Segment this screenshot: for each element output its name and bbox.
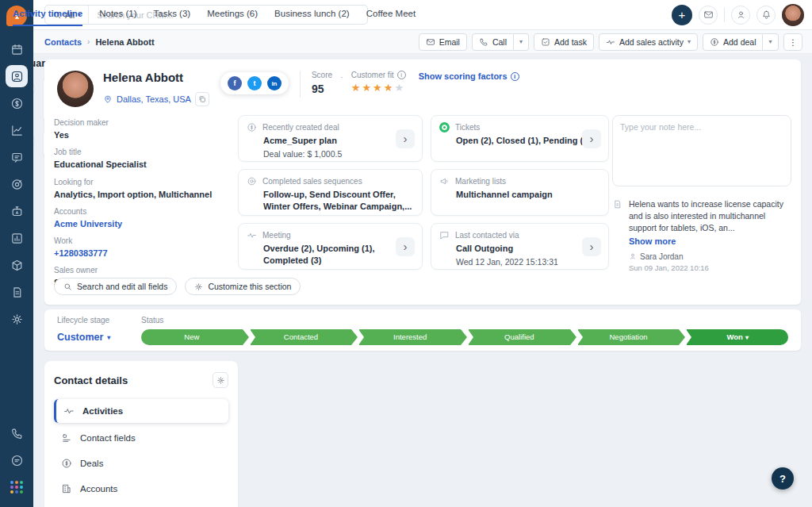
nav-contacts[interactable]	[6, 65, 28, 87]
nav-settings[interactable]	[6, 308, 28, 330]
details-item-contact-fields[interactable]: Contact fields	[54, 427, 228, 448]
help-button[interactable]: ?	[772, 467, 794, 490]
call-button[interactable]: Call	[472, 33, 514, 51]
star-icon: ★	[351, 82, 362, 94]
contact-details-title: Contact details	[54, 374, 128, 386]
note-icon	[612, 199, 622, 209]
nav-products[interactable]	[6, 254, 28, 276]
details-item-activities[interactable]: Activities	[54, 399, 228, 423]
tab-notes[interactable]: Notes (1)	[99, 0, 136, 26]
search-edit-fields-button[interactable]: Search and edit all fields	[54, 278, 177, 295]
open-deal-button[interactable]: ›	[396, 129, 415, 148]
contact-location-link[interactable]: Dallas, Texas, USA	[117, 94, 191, 104]
megaphone-icon	[439, 176, 450, 186]
open-tickets-button[interactable]: ›	[582, 129, 601, 148]
quick-add-button[interactable]: +	[672, 5, 692, 25]
star-icon: ★	[384, 82, 395, 94]
notes-section: Helena wants to increase license capacit…	[612, 115, 791, 272]
add-sales-activity-button[interactable]: Add sales activity ▾	[599, 33, 698, 51]
stage-contacted[interactable]: Contacted	[251, 329, 352, 345]
customize-section-button[interactable]: Customize this section	[185, 278, 301, 295]
nav-conversations[interactable]	[6, 146, 28, 168]
contact-avatar	[57, 71, 94, 107]
apps-switcher-icon[interactable]	[6, 476, 28, 498]
more-actions-button[interactable]: ⋮	[783, 33, 803, 51]
nav-reports[interactable]	[6, 227, 28, 249]
tab-tasks[interactable]: Tasks (3)	[154, 0, 191, 26]
contact-fields-summary: Decision makerYes Job titleEducational S…	[54, 118, 235, 296]
account-link[interactable]: Acme University	[54, 218, 235, 229]
notifications-bell-icon[interactable]	[756, 6, 776, 25]
nav-automation[interactable]	[6, 200, 28, 222]
activity-icon	[63, 405, 75, 417]
fields-icon	[61, 432, 72, 444]
add-deal-button[interactable]: Add deal	[703, 33, 763, 51]
linkedin-icon[interactable]: in	[267, 76, 282, 90]
contact-score: Score 95	[312, 71, 332, 95]
details-settings-gear-icon[interactable]	[213, 372, 228, 388]
nav-calendar[interactable]	[6, 38, 28, 60]
nav-deals[interactable]	[6, 92, 28, 114]
open-conversation-button[interactable]: ›	[582, 237, 601, 256]
add-task-button[interactable]: Add task	[534, 33, 594, 51]
tab-activity-timeline[interactable]: Activity timeline	[13, 0, 82, 26]
speech-bubble-icon	[439, 230, 450, 240]
stage-negotiation[interactable]: Negotiation	[578, 329, 680, 345]
twitter-icon[interactable]: t	[247, 76, 262, 90]
summary-cards-grid: Recently created deal Acme_Super plan De…	[238, 115, 609, 270]
nav-phone[interactable]	[6, 422, 28, 444]
freshdesk-ticket-icon	[439, 122, 450, 133]
sales-sequences-card: Completed sales sequences Follow-up, Sen…	[238, 169, 423, 216]
nav-documents[interactable]	[6, 281, 28, 303]
divider	[724, 8, 725, 22]
assistant-icon[interactable]	[731, 6, 750, 25]
facebook-icon[interactable]: f	[228, 76, 242, 90]
info-icon[interactable]: i	[397, 71, 406, 79]
stage-qualified[interactable]: Qualified	[469, 329, 570, 345]
contact-name: Helena Abbott	[103, 71, 209, 84]
star-icon: ★	[362, 82, 373, 94]
details-item-deals[interactable]: Deals	[54, 452, 228, 474]
left-navigation-rail	[0, 0, 33, 507]
email-inbox-icon[interactable]	[699, 6, 718, 25]
info-icon: i	[511, 72, 519, 81]
show-more-link[interactable]: Show more	[629, 236, 791, 246]
tab-meetings[interactable]: Meetings (6)	[207, 0, 258, 26]
details-item-accounts[interactable]: Accounts	[54, 478, 228, 499]
stage-new[interactable]: New	[141, 329, 243, 345]
user-icon	[629, 252, 637, 260]
add-deal-dropdown-button[interactable]: ▾	[763, 33, 778, 51]
lifecycle-stage-dropdown[interactable]: Customer▾	[57, 329, 141, 345]
star-icon: ★	[394, 82, 405, 94]
nav-chat[interactable]	[6, 449, 28, 471]
last-contacted-card: Last contacted via Call Outgoing Wed 12 …	[431, 223, 609, 270]
nav-analytics[interactable]	[6, 119, 28, 141]
copy-icon[interactable]	[195, 92, 209, 106]
meeting-card: Meeting Overdue (2), Upcoming (1), Compl…	[238, 223, 423, 270]
show-scoring-factors-link[interactable]: Show scoring factorsi	[419, 71, 519, 81]
breadcrumb-contacts-link[interactable]: Contacts	[44, 37, 82, 47]
tab-coffee-meet[interactable]: Coffee Meet	[366, 0, 416, 26]
field-value: Yes	[54, 129, 235, 140]
sequence-icon	[247, 176, 257, 186]
nav-sequences[interactable]	[6, 173, 28, 195]
work-phone-link[interactable]: +1280383777	[54, 248, 235, 259]
details-item-tickets[interactable]: Tickets	[54, 503, 228, 507]
user-avatar[interactable]	[782, 4, 804, 26]
stage-interested[interactable]: Interested	[359, 329, 461, 345]
contact-details-panel: Contact details Activities Contact field…	[44, 361, 238, 507]
note-text: Helena wants to increase license capacit…	[629, 198, 791, 235]
note-input[interactable]	[612, 115, 791, 186]
stage-won-dropdown[interactable]: Won▾	[687, 329, 788, 345]
call-dropdown-button[interactable]: ▾	[514, 33, 529, 51]
tab-business-lunch[interactable]: Business lunch (2)	[274, 0, 350, 26]
status-pipeline: New Contacted Interested Qualified Negot…	[141, 329, 788, 345]
contact-header: Helena Abbott Dallas, Texas, USA f t in …	[57, 71, 788, 107]
open-meetings-button[interactable]: ›	[396, 237, 415, 256]
divider	[300, 71, 301, 98]
activity-icon	[247, 230, 257, 240]
score-value: 95	[312, 83, 332, 95]
email-button[interactable]: Email	[419, 33, 467, 51]
summary-footer: Search and edit all fields Customize thi…	[54, 278, 301, 295]
top-actions: +	[672, 4, 804, 26]
